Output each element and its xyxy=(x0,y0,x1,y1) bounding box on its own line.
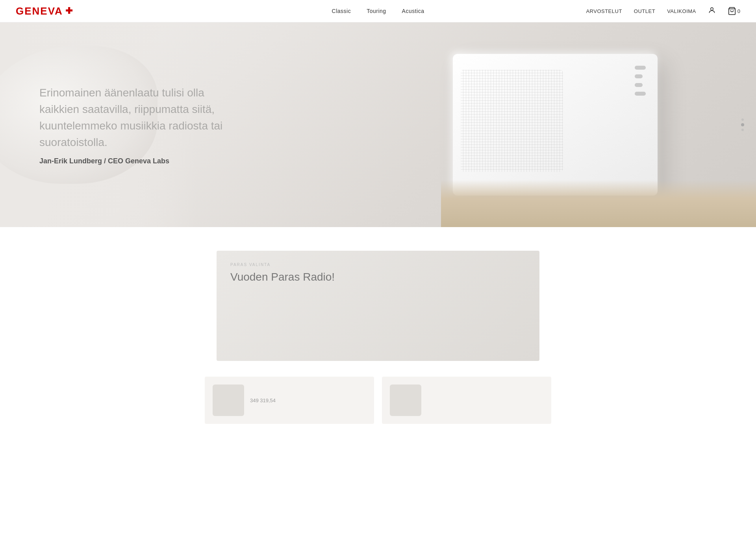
navbar-right: ARVOSTELUT OUTLET VALIKOIMA 0 xyxy=(586,6,740,16)
cart-count: 0 xyxy=(737,8,740,14)
control-btn-3 xyxy=(635,83,643,87)
hero-quote: Erinomainen äänenlaatu tulisi olla kaikk… xyxy=(39,85,236,151)
control-btn-2 xyxy=(635,74,643,78)
nav-arvostelut-link[interactable]: ARVOSTELUT xyxy=(586,8,622,14)
hero-floor xyxy=(441,180,756,227)
product-card-1-image xyxy=(213,385,244,416)
speaker-box xyxy=(453,54,658,196)
speaker-grille xyxy=(461,70,563,172)
cart-link[interactable]: 0 xyxy=(728,7,740,15)
nav-link-acustica[interactable]: Acustica xyxy=(402,8,424,14)
featured-title: Vuoden Paras Radio! xyxy=(230,271,526,283)
nav-link-touring[interactable]: Touring xyxy=(367,8,386,14)
scroll-dot-1 xyxy=(741,118,744,121)
speaker-controls xyxy=(635,66,646,96)
nav-link-classic[interactable]: Classic xyxy=(332,8,351,14)
hero-text: Erinomainen äänenlaatu tulisi olla kaikk… xyxy=(0,85,236,165)
nav-center: Classic Touring Acustica xyxy=(332,8,424,14)
scroll-dot-2 xyxy=(741,123,744,126)
logo-cross: ✚ xyxy=(65,6,72,16)
nav-outlet-link[interactable]: OUTLET xyxy=(634,8,655,14)
product-card-1: 349 319,54 xyxy=(205,377,374,424)
navbar: GENEVA ✚ Classic Touring Acustica ARVOST… xyxy=(0,0,756,22)
control-btn-1 xyxy=(635,66,646,70)
product-card-1-price: 349 319,54 xyxy=(250,398,366,403)
featured-label: PARAS VALINTA xyxy=(230,263,526,267)
main-content: PARAS VALINTA Vuoden Paras Radio! xyxy=(0,243,756,369)
navbar-left: GENEVA ✚ xyxy=(16,5,72,17)
hero-author: Jan-Erik Lundberg / CEO Geneva Labs xyxy=(39,157,236,165)
product-card-2-image xyxy=(390,385,421,416)
product-card-2 xyxy=(382,377,551,424)
featured-card: PARAS VALINTA Vuoden Paras Radio! xyxy=(217,251,539,361)
hero-section: Erinomainen äänenlaatu tulisi olla kaikk… xyxy=(0,22,756,227)
account-icon[interactable] xyxy=(708,6,716,16)
logo-link[interactable]: GENEVA ✚ xyxy=(16,5,72,17)
scroll-indicator xyxy=(741,118,744,131)
scroll-dot-3 xyxy=(741,129,744,131)
products-row: 349 319,54 xyxy=(0,377,756,424)
content-section: PARAS VALINTA Vuoden Paras Radio! 349 31… xyxy=(0,227,756,440)
logo-text: GENEVA xyxy=(16,5,63,17)
product-card-1-info: 349 319,54 xyxy=(250,398,366,403)
svg-point-0 xyxy=(710,7,713,10)
control-btn-4 xyxy=(635,92,646,96)
nav-valikoima-link[interactable]: VALIKOIMA xyxy=(667,8,696,14)
